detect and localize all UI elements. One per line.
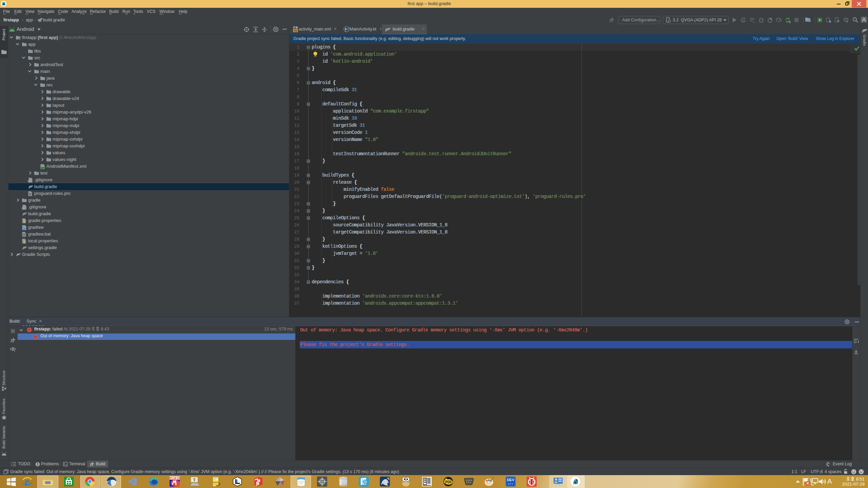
svg-text:A: A — [742, 19, 744, 22]
svg-text:PDF: PDF — [445, 480, 452, 484]
svg-text:DEV: DEV — [507, 478, 514, 482]
svg-text:<>: <> — [294, 29, 297, 32]
svg-text:MPLAB IDE: MPLAB IDE — [170, 477, 180, 479]
svg-text:C++: C++ — [22, 228, 26, 230]
svg-text:MF: MF — [41, 167, 44, 169]
svg-text:C++: C++ — [508, 483, 513, 486]
svg-text:T: T — [193, 477, 196, 482]
